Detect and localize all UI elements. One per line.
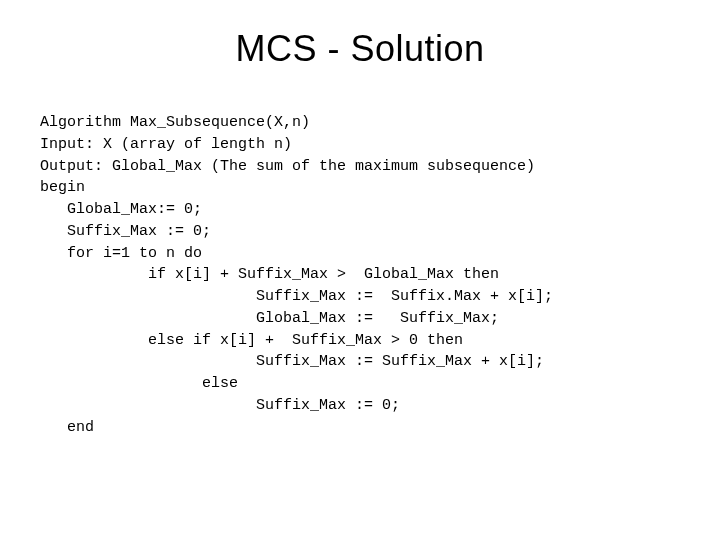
- code-line: Suffix_Max := Suffix.Max + x[i];: [40, 288, 553, 305]
- code-line: begin: [40, 179, 85, 196]
- algorithm-pseudocode: Algorithm Max_Subsequence(X,n) Input: X …: [40, 112, 680, 438]
- code-line: Output: Global_Max (The sum of the maxim…: [40, 158, 535, 175]
- code-line: Global_Max := Suffix_Max;: [40, 310, 499, 327]
- code-line: Suffix_Max := 0;: [40, 397, 400, 414]
- code-line: else: [40, 375, 238, 392]
- code-line: Algorithm Max_Subsequence(X,n): [40, 114, 310, 131]
- code-line: Input: X (array of length n): [40, 136, 292, 153]
- code-line: else if x[i] + Suffix_Max > 0 then: [40, 332, 463, 349]
- code-line: if x[i] + Suffix_Max > Global_Max then: [40, 266, 499, 283]
- slide: MCS - Solution Algorithm Max_Subsequence…: [0, 0, 720, 540]
- code-line: Suffix_Max := 0;: [40, 223, 211, 240]
- code-line: for i=1 to n do: [40, 245, 202, 262]
- code-line: Suffix_Max := Suffix_Max + x[i];: [40, 353, 544, 370]
- code-line: end: [40, 419, 94, 436]
- slide-title: MCS - Solution: [40, 28, 680, 70]
- code-line: Global_Max:= 0;: [40, 201, 202, 218]
